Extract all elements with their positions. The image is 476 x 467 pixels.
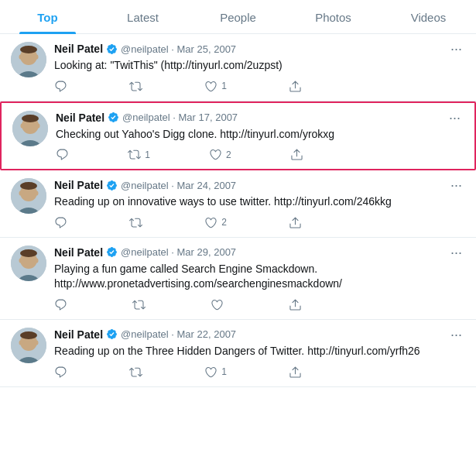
avatar[interactable] (11, 42, 46, 77)
svg-point-3 (20, 46, 37, 53)
tweet-content: Neil Patel @neilpatel · Mar 24, 2007 ···… (54, 178, 465, 229)
tweet-item: Neil Patel @neilpatel · Mar 22, 2007 ···… (0, 320, 476, 387)
like-count: 2 (221, 217, 227, 228)
more-options-button[interactable]: ··· (446, 111, 464, 125)
tweet-handle-date: @neilpatel · Mar 24, 2007 (121, 180, 236, 191)
more-options-button[interactable]: ··· (447, 42, 465, 56)
tweet-actions: 1 2 (56, 148, 303, 161)
like-button[interactable]: 1 (204, 366, 227, 379)
svg-point-28 (19, 340, 22, 345)
svg-point-29 (36, 340, 39, 345)
tweet-header: Neil Patel @neilpatel · Mar 17, 2007 ··· (56, 111, 464, 125)
reply-button[interactable] (56, 148, 69, 161)
tab-top[interactable]: Top (0, 0, 95, 33)
retweet-count: 1 (145, 149, 150, 160)
svg-point-23 (36, 258, 39, 263)
tweet-meta: Neil Patel @neilpatel · Mar 24, 2007 (54, 179, 236, 191)
like-button[interactable]: 2 (204, 216, 227, 229)
tab-latest[interactable]: Latest (95, 0, 190, 33)
tweet-item: Neil Patel @neilpatel · Mar 24, 2007 ···… (0, 170, 476, 238)
like-count: 1 (221, 366, 227, 377)
svg-point-4 (19, 55, 22, 60)
like-button[interactable] (211, 298, 224, 311)
tweet-actions: 1 (54, 80, 302, 93)
tab-videos[interactable]: Videos (381, 0, 476, 33)
tweet-content: Neil Patel @neilpatel · Mar 17, 2007 ···… (56, 111, 464, 162)
tweet-text: Looking at: "TwitThis" (http://tinyurl.c… (54, 58, 465, 74)
avatar[interactable] (11, 178, 46, 214)
tweet-list: Neil Patel @neilpatel · Mar 25, 2007 ···… (0, 34, 476, 387)
svg-point-9 (22, 115, 39, 122)
more-options-button[interactable]: ··· (447, 328, 465, 342)
tweet-content: Neil Patel @neilpatel · Mar 25, 2007 ···… (54, 42, 465, 93)
avatar[interactable] (12, 111, 48, 146)
verified-badge (106, 43, 118, 55)
tweet-header: Neil Patel @neilpatel · Mar 24, 2007 ··· (54, 178, 465, 192)
tweet-item: Neil Patel @neilpatel · Mar 17, 2007 ···… (0, 101, 476, 171)
tweet-handle-date: @neilpatel · Mar 22, 2007 (121, 328, 236, 340)
tweet-text: Checking out Yahoo's Digg clone. http://… (56, 127, 464, 143)
tweet-item: Neil Patel @neilpatel · Mar 25, 2007 ···… (0, 34, 476, 101)
tweet-meta: Neil Patel @neilpatel · Mar 29, 2007 (54, 246, 236, 259)
svg-point-22 (19, 258, 22, 263)
verified-badge (106, 246, 118, 258)
share-button[interactable] (289, 80, 302, 93)
tweet-actions: 2 (54, 216, 302, 229)
tweet-author-name: Neil Patel (54, 328, 103, 341)
tweet-author-name: Neil Patel (54, 246, 103, 259)
reply-button[interactable] (54, 80, 67, 93)
retweet-button[interactable] (132, 298, 146, 311)
share-button[interactable] (289, 298, 302, 311)
verified-badge (106, 180, 118, 191)
tweet-header: Neil Patel @neilpatel · Mar 29, 2007 ··· (54, 246, 465, 259)
tweet-actions: 1 (54, 366, 302, 379)
tweet-item: Neil Patel @neilpatel · Mar 29, 2007 ···… (0, 238, 476, 320)
tweet-content: Neil Patel @neilpatel · Mar 29, 2007 ···… (54, 246, 465, 311)
tweet-handle-date: @neilpatel · Mar 17, 2007 (122, 112, 238, 123)
tweet-content: Neil Patel @neilpatel · Mar 22, 2007 ···… (54, 328, 465, 379)
svg-point-15 (20, 182, 37, 190)
retweet-button[interactable] (129, 80, 142, 93)
tab-bar: TopLatestPeoplePhotosVideos (0, 0, 476, 34)
tweet-handle-date: @neilpatel · Mar 25, 2007 (121, 43, 236, 55)
like-button[interactable]: 2 (209, 148, 231, 161)
tweet-meta: Neil Patel @neilpatel · Mar 22, 2007 (54, 328, 236, 341)
reply-button[interactable] (54, 298, 67, 311)
retweet-button[interactable] (129, 366, 142, 379)
like-button[interactable]: 1 (204, 80, 227, 93)
tweet-actions (54, 298, 302, 311)
share-button[interactable] (289, 216, 302, 229)
svg-point-5 (36, 55, 39, 60)
tab-people[interactable]: People (190, 0, 286, 33)
tweet-text: Playing a fun game called Search Engine … (54, 262, 465, 292)
share-button[interactable] (289, 366, 302, 379)
svg-point-21 (20, 249, 37, 257)
share-button[interactable] (290, 148, 303, 161)
reply-button[interactable] (54, 216, 67, 229)
verified-badge (106, 328, 118, 340)
tweet-text: Reading up on the Three Hidden Dangers o… (54, 344, 465, 359)
more-options-button[interactable]: ··· (447, 246, 465, 259)
tweet-text: Reading up on innovative ways to use twi… (54, 194, 465, 210)
svg-point-16 (19, 191, 22, 196)
more-options-button[interactable]: ··· (447, 178, 465, 192)
svg-point-27 (20, 331, 37, 339)
verified-badge (108, 112, 119, 123)
retweet-button[interactable] (129, 216, 142, 229)
svg-point-17 (36, 191, 39, 196)
tweet-author-name: Neil Patel (54, 179, 103, 191)
tweet-meta: Neil Patel @neilpatel · Mar 17, 2007 (56, 112, 238, 124)
avatar[interactable] (11, 246, 46, 281)
like-count: 1 (221, 81, 227, 91)
like-count: 2 (226, 149, 231, 160)
avatar[interactable] (11, 328, 46, 363)
tweet-author-name: Neil Patel (54, 43, 103, 55)
tweet-header: Neil Patel @neilpatel · Mar 25, 2007 ··· (54, 42, 465, 56)
svg-point-10 (21, 123, 24, 128)
tweet-handle-date: @neilpatel · Mar 29, 2007 (121, 246, 236, 258)
tweet-meta: Neil Patel @neilpatel · Mar 25, 2007 (54, 43, 236, 55)
tab-photos[interactable]: Photos (286, 0, 381, 33)
tweet-header: Neil Patel @neilpatel · Mar 22, 2007 ··· (54, 328, 465, 342)
reply-button[interactable] (54, 366, 67, 379)
retweet-button[interactable]: 1 (128, 148, 150, 161)
